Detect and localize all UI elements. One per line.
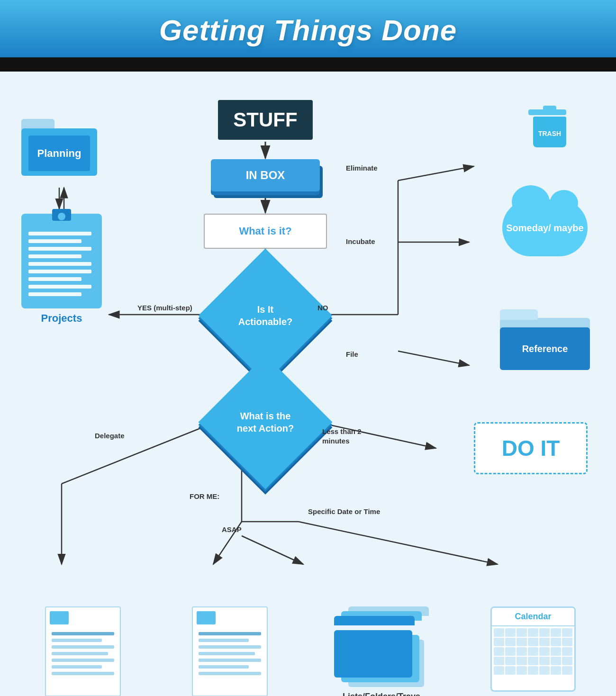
doit-box: DO IT bbox=[474, 422, 588, 474]
cc31 bbox=[516, 666, 527, 675]
specific-date-label: Specific Date or Time bbox=[308, 507, 380, 515]
wl2 bbox=[52, 639, 102, 642]
cc6 bbox=[551, 628, 561, 637]
reference-section: Reference bbox=[500, 308, 590, 370]
cc17 bbox=[516, 647, 527, 656]
wl6 bbox=[52, 665, 102, 669]
incubate-label: Incubate bbox=[346, 237, 375, 245]
cc35 bbox=[562, 666, 572, 675]
na5 bbox=[199, 659, 261, 662]
waiting-doc-tab bbox=[50, 611, 69, 624]
line1 bbox=[28, 232, 91, 235]
na2 bbox=[199, 639, 249, 642]
cc20 bbox=[551, 647, 561, 656]
bottom-items: Waiting For Lists Next Actions bbox=[0, 606, 616, 696]
less-than-2-label: Less than 2 minutes bbox=[322, 427, 389, 445]
projects-title: Projects bbox=[17, 312, 107, 325]
diagram: Planning Projects STUFF IN BOX W bbox=[0, 72, 616, 696]
nextactions-section: Next Actions bbox=[178, 606, 282, 696]
cc32 bbox=[528, 666, 538, 675]
waiting-doc-icon bbox=[45, 606, 121, 696]
line5 bbox=[28, 262, 91, 266]
folder-body: Planning bbox=[21, 128, 97, 176]
clipboard-lines bbox=[21, 226, 102, 302]
svg-line-15 bbox=[62, 421, 218, 484]
lists-folders-icon bbox=[334, 606, 429, 687]
clipboard-clip bbox=[52, 209, 71, 221]
ref-folder-front: Reference bbox=[500, 327, 590, 370]
cc7 bbox=[562, 628, 572, 637]
someday-label: Someday/ maybe bbox=[506, 222, 583, 234]
header: Getting Things Done bbox=[0, 0, 616, 57]
cc14 bbox=[562, 638, 572, 646]
listsfolders-section: Lists/Folders/Trays bbox=[325, 606, 438, 696]
projects-section: Projects bbox=[17, 214, 107, 325]
trash-lid bbox=[528, 109, 566, 115]
folder-inner: Planning bbox=[28, 136, 90, 171]
cc19 bbox=[539, 647, 550, 656]
trash-body: TRASH bbox=[533, 117, 566, 147]
calendar-icon: Calendar bbox=[490, 606, 576, 692]
actionable-label: Is It Actionable? bbox=[230, 303, 301, 328]
line8 bbox=[28, 285, 91, 289]
trash-handle bbox=[543, 106, 556, 109]
svg-line-7 bbox=[398, 166, 474, 181]
yes-multistep-label: YES (multi-step) bbox=[137, 304, 192, 312]
inbox-box: IN BOX bbox=[211, 159, 320, 191]
cc33 bbox=[539, 666, 550, 675]
delegate-label: Delegate bbox=[95, 432, 125, 440]
line2 bbox=[28, 239, 82, 243]
actionable-diamond: Is It Actionable? bbox=[218, 268, 313, 363]
cc34 bbox=[551, 666, 561, 675]
cc10 bbox=[516, 638, 527, 646]
na7 bbox=[199, 672, 261, 675]
cloud-shape: Someday/ maybe bbox=[502, 199, 588, 256]
ref-folder-back-tab bbox=[500, 309, 538, 320]
cc21 bbox=[562, 647, 572, 656]
doit-label: DO IT bbox=[502, 435, 560, 461]
cc22 bbox=[494, 657, 504, 665]
nextaction-diamond: What is the next Action? bbox=[218, 375, 313, 470]
cc18 bbox=[528, 647, 538, 656]
doit-section: DO IT bbox=[474, 422, 588, 474]
line9 bbox=[28, 292, 82, 296]
cc1 bbox=[494, 628, 504, 637]
wl7 bbox=[52, 672, 114, 675]
cc24 bbox=[516, 657, 527, 665]
na3 bbox=[199, 645, 261, 649]
eliminate-label: Eliminate bbox=[346, 164, 378, 172]
cc15 bbox=[494, 647, 504, 656]
cc13 bbox=[551, 638, 561, 646]
na1 bbox=[199, 632, 261, 635]
cc2 bbox=[505, 628, 516, 637]
planning-label: Planning bbox=[37, 147, 82, 160]
cc26 bbox=[539, 657, 550, 665]
stuff-box: STUFF bbox=[218, 100, 313, 140]
trash-icon: TRASH bbox=[531, 109, 569, 147]
calendar-grid bbox=[492, 626, 574, 677]
calendar-header: Calendar bbox=[492, 608, 574, 626]
cc25 bbox=[528, 657, 538, 665]
cc23 bbox=[505, 657, 516, 665]
forme-label: FOR ME: bbox=[190, 492, 219, 500]
na6 bbox=[199, 665, 249, 669]
na4 bbox=[199, 652, 255, 655]
planning-folder-icon: Planning bbox=[21, 119, 97, 176]
reference-label: Reference bbox=[522, 343, 568, 354]
svg-line-20 bbox=[299, 522, 498, 564]
listsfolders-title: Lists/Folders/Trays bbox=[325, 692, 438, 696]
cc12 bbox=[539, 638, 550, 646]
trash-label: TRASH bbox=[535, 130, 564, 137]
wl5 bbox=[52, 659, 114, 662]
cc4 bbox=[528, 628, 538, 637]
cc29 bbox=[494, 666, 504, 675]
page-title: Getting Things Done bbox=[0, 13, 616, 47]
cc9 bbox=[505, 638, 516, 646]
lf-front bbox=[334, 630, 412, 678]
line6 bbox=[28, 270, 91, 273]
nextactions-doc-tab bbox=[197, 611, 216, 624]
cc3 bbox=[516, 628, 527, 637]
waiting-section: Waiting For Lists bbox=[31, 606, 135, 696]
line4 bbox=[28, 254, 82, 258]
wl4 bbox=[52, 652, 108, 655]
